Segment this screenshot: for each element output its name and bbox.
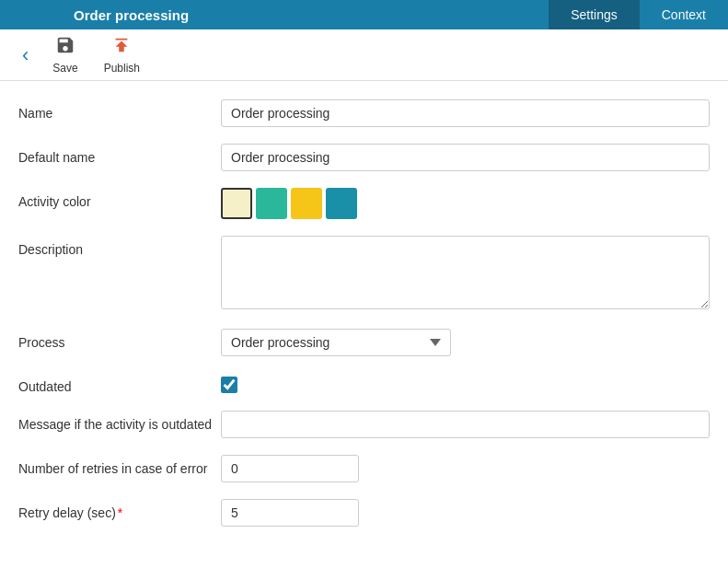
- default-name-row: Default name: [18, 144, 710, 171]
- activity-color-label: Activity color: [18, 188, 221, 209]
- save-icon: [55, 35, 75, 60]
- save-label: Save: [52, 62, 77, 75]
- tab-context[interactable]: Context: [640, 0, 728, 29]
- retry-delay-row: Retry delay (sec): [18, 499, 710, 527]
- default-name-input[interactable]: [221, 144, 710, 171]
- name-row: Name: [18, 99, 710, 127]
- publish-button[interactable]: Publish: [95, 31, 149, 78]
- name-label: Name: [18, 99, 221, 121]
- color-swatch-teal[interactable]: [256, 188, 287, 219]
- outdated-control: [221, 373, 710, 393]
- activity-color-control: [221, 188, 710, 219]
- process-control: Order processing: [221, 329, 710, 356]
- process-label: Process: [18, 329, 221, 350]
- outdated-row: Outdated: [18, 373, 710, 394]
- outdated-label: Outdated: [18, 373, 221, 394]
- default-name-control: [221, 144, 710, 171]
- retry-delay-control: [221, 499, 710, 527]
- retry-delay-label: Retry delay (sec): [18, 499, 221, 520]
- message-outdated-row: Message if the activity is outdated: [18, 411, 710, 438]
- retries-row: Number of retries in case of error: [18, 455, 710, 482]
- publish-label: Publish: [104, 62, 140, 75]
- process-select[interactable]: Order processing: [221, 329, 451, 356]
- save-button[interactable]: Save: [43, 31, 87, 78]
- main-content: Name Default name Activity color Descrip…: [0, 81, 728, 580]
- description-textarea[interactable]: [221, 236, 710, 309]
- message-outdated-label: Message if the activity is outdated: [18, 411, 221, 432]
- description-label: Description: [18, 236, 221, 257]
- name-control: [221, 99, 710, 127]
- tab-settings[interactable]: Settings: [549, 0, 640, 29]
- description-control: [221, 236, 710, 312]
- color-swatch-yellow[interactable]: [291, 188, 322, 219]
- retries-control: [221, 455, 710, 482]
- retry-delay-input[interactable]: [221, 499, 359, 527]
- name-input[interactable]: [221, 99, 710, 127]
- default-name-label: Default name: [18, 144, 221, 165]
- publish-icon: [111, 35, 132, 60]
- outdated-checkbox[interactable]: [221, 377, 237, 393]
- retries-input[interactable]: [221, 455, 359, 482]
- activity-color-row: Activity color: [18, 188, 710, 219]
- color-swatch-blue[interactable]: [326, 188, 357, 219]
- color-swatch-cream[interactable]: [221, 188, 252, 219]
- color-swatches: [221, 188, 710, 219]
- toolbar: ‹ Save Publish: [0, 29, 728, 81]
- retries-label: Number of retries in case of error: [18, 455, 221, 476]
- description-row: Description: [18, 236, 710, 312]
- back-button[interactable]: ‹: [15, 40, 36, 71]
- header-bar: Order processing Settings Context: [0, 0, 728, 29]
- header-tabs: Settings Context: [549, 0, 728, 29]
- message-outdated-control: [221, 411, 710, 438]
- header-title: Order processing: [0, 0, 549, 29]
- process-row: Process Order processing: [18, 329, 710, 356]
- message-outdated-input[interactable]: [221, 411, 710, 438]
